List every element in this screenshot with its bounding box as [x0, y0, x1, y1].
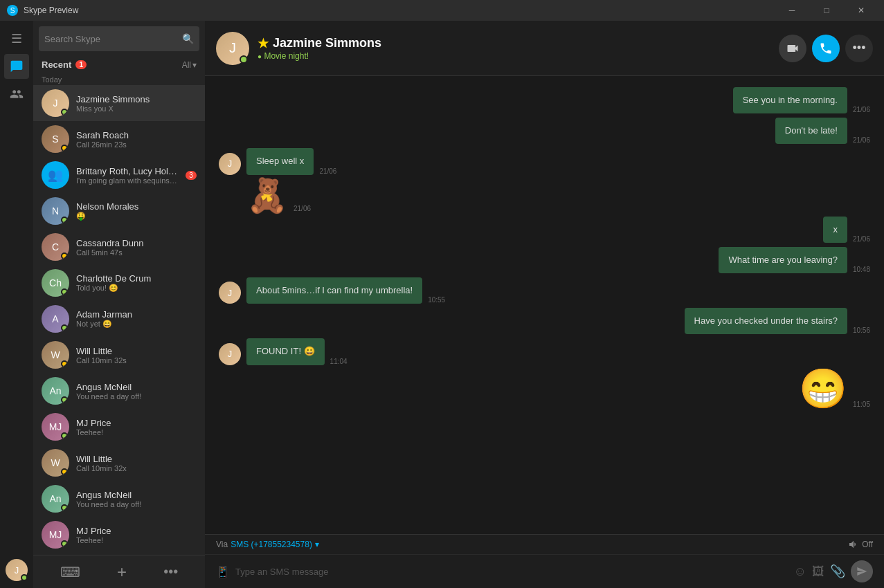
star-icon: ★ — [258, 36, 269, 51]
list-item[interactable]: J Jazmine Simmons Miss you X — [33, 85, 205, 121]
contact-name: Jazmine Simmons — [76, 94, 197, 104]
chevron-down-icon[interactable]: ▾ — [315, 540, 319, 549]
recent-badge: 1 — [75, 60, 87, 69]
contacts-nav-icon[interactable] — [4, 82, 29, 107]
list-item[interactable]: A Adam Jarman Not yet 😄 — [33, 301, 205, 337]
profile-nav-icon[interactable]: J — [4, 558, 29, 582]
recent-title: Recent 1 — [42, 59, 87, 70]
avatar: 👥 — [42, 161, 69, 189]
search-input[interactable] — [44, 34, 182, 44]
sidebar-icons: ☰ J — [0, 21, 33, 588]
message-row: 10:56 Have you checked under the stairs? — [219, 308, 870, 334]
message-avatar: J — [219, 343, 241, 365]
avatar: C — [42, 233, 69, 261]
chat-header-left: J ★ Jazmine Simmons ● Movie night! — [216, 32, 381, 65]
image-attach-button[interactable]: 🖼 — [812, 564, 824, 579]
message-row: 10:48 What time are you leaving? — [219, 247, 870, 273]
contact-name: Nelson Morales — [76, 201, 197, 212]
message-row: J FOUND IT! 😀 11:04 — [219, 338, 870, 365]
contact-name: Charlotte De Crum — [76, 273, 197, 284]
contact-preview: Teehee! — [76, 428, 197, 437]
minimize-button[interactable]: ─ — [776, 0, 808, 21]
chat-contact-status: ● Movie night! — [258, 51, 381, 61]
sms-off-toggle[interactable]: Off — [848, 539, 873, 550]
input-area: Via SMS (+17855234578) ▾ Off 📱 ☺ 🖼 📎 — [205, 534, 884, 588]
add-contact-button[interactable]: + — [117, 562, 127, 582]
file-attach-button[interactable]: 📎 — [830, 564, 845, 579]
sms-number[interactable]: SMS (+17855234578) — [231, 540, 312, 549]
avatar: MJ — [42, 413, 69, 441]
message-time: 10:55 — [428, 296, 445, 304]
message-row: J About 5mins…if I can find my umbrella!… — [219, 277, 870, 304]
contact-info: Will Little Call 10min 32s — [76, 346, 197, 365]
contact-name: Will Little — [76, 346, 197, 356]
contact-preview: Call 10min 32x — [76, 464, 197, 472]
search-icon: 🔍 — [182, 33, 194, 44]
more-chat-options-button[interactable]: ••• — [845, 35, 873, 62]
message-avatar: J — [219, 153, 241, 175]
contact-name: Adam Jarman — [76, 309, 197, 320]
dialpad-icon[interactable]: ⌨ — [60, 564, 80, 580]
avatar: An — [42, 377, 69, 405]
contact-name: Sarah Roach — [76, 130, 197, 140]
send-button[interactable] — [851, 560, 873, 582]
search-box[interactable]: 🔍 — [39, 26, 199, 51]
chat-contact-name: ★ Jazmine Simmons — [258, 36, 381, 51]
avatar: Ch — [42, 269, 69, 297]
contact-preview: You need a day off! — [76, 392, 197, 401]
more-options-icon[interactable]: ••• — [163, 564, 178, 580]
all-filter[interactable]: All ▾ — [182, 60, 197, 70]
avatar: J — [42, 89, 69, 117]
message-input[interactable] — [235, 567, 788, 577]
video-call-button[interactable] — [779, 35, 806, 62]
contact-info: Jazmine Simmons Miss you X — [76, 94, 197, 113]
contact-preview: I'm going glam with sequins. See you h… — [76, 176, 179, 185]
audio-call-button[interactable] — [812, 35, 840, 62]
emoji-picker-button[interactable]: ☺ — [794, 564, 806, 579]
chat-header: J ★ Jazmine Simmons ● Movie night! — [205, 21, 884, 76]
message-time: 21/06 — [319, 167, 336, 175]
list-item[interactable]: An Angus McNeil You need a day off! — [33, 481, 205, 517]
list-item[interactable]: W Will Little Call 10min 32s — [33, 337, 205, 373]
list-item[interactable]: MJ MJ Price Teehee! — [33, 409, 205, 445]
contact-name: Will Little — [76, 454, 197, 464]
message-row: 21/06 See you in the morning. — [219, 87, 870, 113]
list-item[interactable]: C Cassandra Dunn Call 5min 47s — [33, 229, 205, 265]
message-bubble: Have you checked under the stairs? — [685, 308, 847, 334]
contact-info: MJ Price Teehee! — [76, 526, 197, 544]
contact-info: Will Little Call 10min 32x — [76, 454, 197, 472]
chat-contact-info: ★ Jazmine Simmons ● Movie night! — [258, 36, 381, 61]
avatar: An — [42, 485, 69, 513]
message-bubble: 🧸 — [246, 179, 288, 212]
chat-nav-icon[interactable] — [4, 54, 29, 79]
chat-contact-avatar: J — [216, 32, 249, 65]
titlebar-controls: ─ □ ✕ — [776, 0, 877, 21]
message-bubble: Sleep well x — [246, 148, 314, 174]
bottom-bar: ⌨ + ••• — [33, 555, 205, 588]
menu-icon[interactable]: ☰ — [4, 26, 29, 51]
message-bubble: Don't be late! — [775, 118, 847, 144]
chevron-down-icon: ▾ — [192, 60, 197, 70]
contact-info: Brittany Roth, Lucy Holcomb, S… I'm goin… — [76, 166, 179, 185]
sms-via-info: Via SMS (+17855234578) ▾ — [216, 540, 319, 549]
message-time: 10:48 — [853, 266, 870, 273]
avatar: A — [42, 305, 69, 333]
contact-preview: You need a day off! — [76, 500, 197, 508]
contact-name: Brittany Roth, Lucy Holcomb, S… — [76, 166, 179, 176]
chat-panel: J ★ Jazmine Simmons ● Movie night! — [205, 21, 884, 588]
list-item[interactable]: S Sarah Roach Call 26min 23s — [33, 121, 205, 157]
contact-info: Charlotte De Crum Told you! 😊 — [76, 273, 197, 293]
list-item[interactable]: 👥 Brittany Roth, Lucy Holcomb, S… I'm go… — [33, 157, 205, 193]
messages-area: 21/06 See you in the morning. 21/06 Don'… — [205, 76, 884, 534]
list-item[interactable]: W Will Little Call 10min 32x — [33, 445, 205, 481]
list-item[interactable]: N Nelson Morales 🤑 — [33, 193, 205, 229]
message-row: J 🧸 21/06 — [219, 179, 870, 212]
list-item[interactable]: An Angus McNeil You need a day off! — [33, 373, 205, 409]
contact-preview: Teehee! — [76, 536, 197, 544]
message-bubble: 😁 — [799, 369, 847, 408]
close-button[interactable]: ✕ — [845, 0, 877, 21]
list-item[interactable]: Ch Charlotte De Crum Told you! 😊 — [33, 265, 205, 301]
contact-info: Adam Jarman Not yet 😄 — [76, 309, 197, 329]
maximize-button[interactable]: □ — [811, 0, 842, 21]
list-item[interactable]: MJ MJ Price Teehee! — [33, 517, 205, 553]
